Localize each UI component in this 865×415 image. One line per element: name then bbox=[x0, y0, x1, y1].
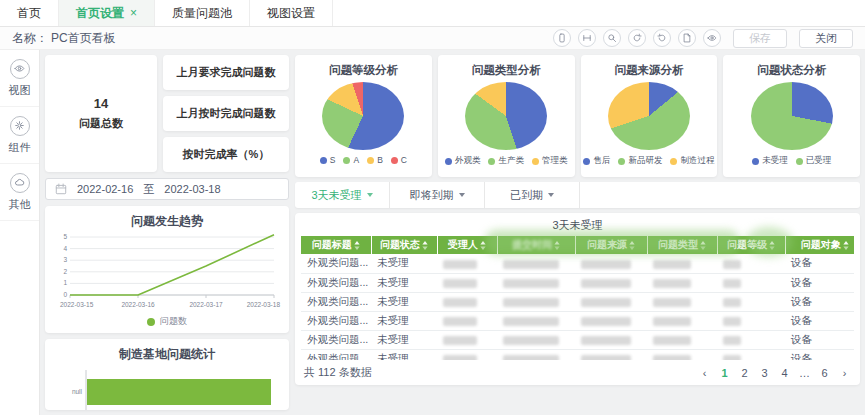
column-header[interactable]: 问题类型 bbox=[647, 236, 717, 254]
refresh-icon-button[interactable] bbox=[628, 29, 646, 47]
table-row[interactable]: 外观类问题...未受理设备 bbox=[301, 349, 854, 360]
svg-text:2022-03-18: 2022-03-18 bbox=[247, 301, 281, 308]
eye-icon-button[interactable] bbox=[703, 29, 721, 47]
sidebar-item-views[interactable]: 视图 bbox=[0, 50, 39, 107]
table-row[interactable]: 外观类问题...未受理设备 bbox=[301, 273, 854, 292]
tab-label: 视图设置 bbox=[267, 5, 315, 22]
sort-icon[interactable] bbox=[354, 241, 360, 250]
redacted-cell bbox=[503, 336, 559, 345]
sort-icon[interactable] bbox=[480, 241, 486, 250]
dashboard-name: PC首页看板 bbox=[51, 30, 116, 47]
legend-item[interactable]: 售后 bbox=[583, 155, 610, 167]
redacted-cell bbox=[443, 260, 477, 269]
stat-card-0[interactable]: 上月要求完成问题数 bbox=[163, 55, 289, 90]
table-row[interactable]: 外观类问题...未受理设备 bbox=[301, 330, 854, 349]
column-header[interactable]: 问题状态 bbox=[371, 236, 437, 254]
column-header[interactable]: 问题等级 bbox=[717, 236, 785, 254]
legend-item[interactable]: 未受理 bbox=[752, 155, 788, 167]
close-tab-icon[interactable]: × bbox=[130, 6, 137, 20]
table-row[interactable]: 外观类问题...未受理设备 bbox=[301, 311, 854, 330]
sidebar-item-other[interactable]: 其他 bbox=[0, 164, 39, 221]
sidebar-item-components[interactable]: 组件 bbox=[0, 107, 39, 164]
zoom-icon-button[interactable] bbox=[603, 29, 621, 47]
table-tab-due-soon[interactable]: 即将到期 bbox=[390, 182, 485, 208]
legend-item[interactable]: S bbox=[320, 155, 336, 165]
legend-item[interactable]: 制造过程 bbox=[670, 155, 714, 167]
column-header[interactable]: 问题对象 bbox=[785, 236, 854, 254]
sort-icon[interactable] bbox=[700, 241, 706, 250]
table-cell bbox=[575, 292, 647, 311]
sort-icon[interactable] bbox=[843, 241, 849, 250]
chevron-down-icon bbox=[367, 193, 373, 197]
column-header[interactable]: 受理人 bbox=[437, 236, 497, 254]
legend-item[interactable]: 外观类 bbox=[445, 155, 481, 167]
table-tab-overdue[interactable]: 已到期 bbox=[485, 182, 580, 208]
sort-icon[interactable] bbox=[554, 241, 560, 250]
prev-page-button[interactable]: ‹ bbox=[698, 367, 711, 379]
legend-item[interactable]: 已受理 bbox=[796, 155, 832, 167]
sort-icon[interactable] bbox=[769, 241, 775, 250]
save-button[interactable]: 保存 bbox=[733, 29, 787, 48]
legend-dot bbox=[752, 158, 759, 165]
legend-item[interactable]: A bbox=[343, 155, 359, 165]
table-tab-label: 3天未受理 bbox=[311, 188, 361, 203]
sort-icon[interactable] bbox=[422, 241, 428, 250]
pie-title: 问题状态分析 bbox=[725, 58, 858, 79]
page-button-2[interactable]: 2 bbox=[738, 367, 751, 379]
pie-card-status[interactable]: 问题状态分析未受理已受理 bbox=[723, 55, 860, 177]
total-issues-card[interactable]: 14 问题总数 bbox=[45, 55, 157, 172]
sort-icon[interactable] bbox=[629, 241, 635, 250]
table-tab-unaccepted-3days[interactable]: 3天未受理 bbox=[295, 182, 390, 208]
table-cell bbox=[575, 254, 647, 273]
column-header[interactable]: 问题标题 bbox=[301, 236, 371, 254]
legend-dot bbox=[367, 157, 374, 164]
refresh-icon bbox=[632, 33, 642, 43]
legend-dot bbox=[670, 158, 677, 165]
legend-item[interactable]: B bbox=[367, 155, 383, 165]
table-cell bbox=[437, 349, 497, 360]
rotate-icon-button[interactable] bbox=[653, 29, 671, 47]
pie-card-level[interactable]: 问题等级分析SABC bbox=[295, 55, 432, 177]
legend-item[interactable]: 新品研发 bbox=[618, 155, 662, 167]
pie-card-source[interactable]: 问题来源分析售后新品研发制造过程 bbox=[581, 55, 718, 177]
stat-card-1[interactable]: 上月按时完成问题数 bbox=[163, 96, 289, 131]
table-tabs: 3天未受理即将到期已到期 bbox=[295, 182, 860, 208]
stat-card-2[interactable]: 按时完成率（%） bbox=[163, 137, 289, 172]
mobile-icon-button[interactable] bbox=[553, 29, 571, 47]
redacted-cell bbox=[723, 317, 741, 326]
ruler-icon-button[interactable] bbox=[578, 29, 596, 47]
table-row[interactable]: 外观类问题...未受理设备 bbox=[301, 254, 854, 273]
table-row[interactable]: 外观类问题...未受理设备 bbox=[301, 292, 854, 311]
date-range-picker[interactable]: 2022-02-16 至 2022-03-18 bbox=[45, 178, 289, 200]
toolbar: 名称： PC首页看板 保存 关闭 bbox=[0, 27, 865, 50]
tab-home[interactable]: 首页 bbox=[0, 0, 59, 26]
base-chart-card[interactable]: 制造基地问题统计 02468null bbox=[45, 339, 289, 410]
legend-item[interactable]: 生产类 bbox=[488, 155, 524, 167]
table-cell bbox=[437, 330, 497, 349]
redacted-cell bbox=[653, 279, 691, 288]
trend-chart-card[interactable]: 问题发生趋势 0123452022-03-152022-03-162022-03… bbox=[45, 206, 289, 333]
column-header[interactable]: 提交时间 bbox=[497, 236, 575, 254]
tab-quality-pool[interactable]: 质量问题池 bbox=[155, 0, 250, 26]
sidebar-item-label: 视图 bbox=[9, 83, 31, 98]
redacted-cell bbox=[503, 317, 559, 326]
table-cell bbox=[497, 254, 575, 273]
pie-card-type[interactable]: 问题类型分析外观类生产类管理类 bbox=[438, 55, 575, 177]
page-button-4[interactable]: 4 bbox=[778, 367, 791, 379]
tab-home-settings[interactable]: 首页设置× bbox=[59, 0, 155, 26]
table-cell bbox=[647, 273, 717, 292]
column-header[interactable]: 问题来源 bbox=[575, 236, 647, 254]
file-icon-button[interactable] bbox=[678, 29, 696, 47]
total-count-text: 共 112 条数据 bbox=[304, 365, 372, 380]
page-button-1[interactable]: 1 bbox=[718, 367, 731, 379]
svg-text:1: 1 bbox=[63, 279, 67, 286]
legend-item[interactable]: 管理类 bbox=[532, 155, 568, 167]
tab-view-settings[interactable]: 视图设置 bbox=[250, 0, 333, 26]
next-page-button[interactable]: › bbox=[838, 367, 851, 379]
page-button-3[interactable]: 3 bbox=[758, 367, 771, 379]
close-button[interactable]: 关闭 bbox=[799, 29, 853, 48]
name-label: 名称： bbox=[12, 30, 48, 47]
legend-item[interactable]: C bbox=[391, 155, 407, 165]
page-button-6[interactable]: 6 bbox=[818, 367, 831, 379]
table-cell: 设备 bbox=[785, 311, 854, 330]
